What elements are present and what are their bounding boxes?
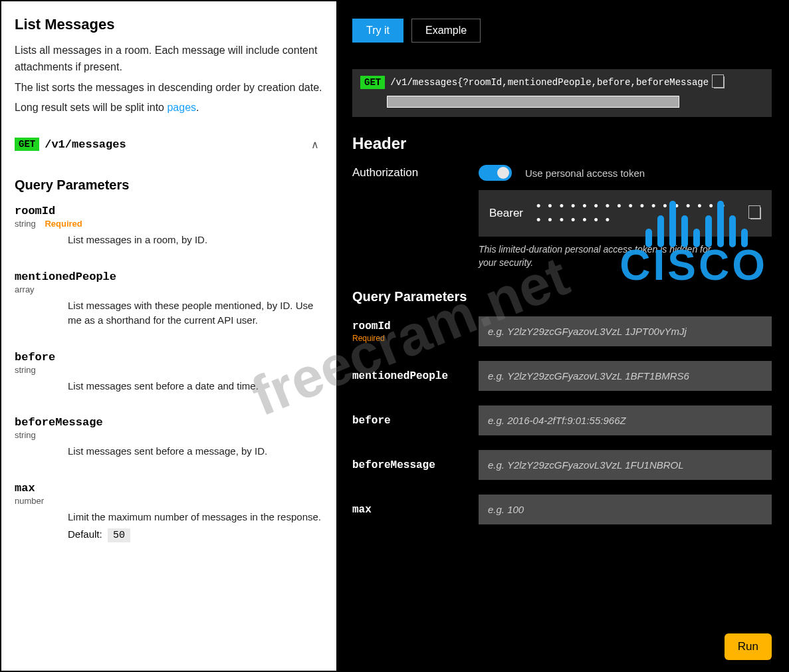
- description-1: Lists all messages in a room. Each messa…: [15, 43, 323, 76]
- default-value: 50: [108, 528, 130, 542]
- copy-icon[interactable]: [714, 76, 725, 88]
- tabs: Try it Example: [352, 19, 772, 43]
- bearer-token-masked: • • • • • • • • • • • • • • • • • • • • …: [536, 199, 737, 227]
- query-params-heading: Query Parameters: [15, 177, 323, 193]
- run-button[interactable]: Run: [725, 633, 772, 660]
- before-input[interactable]: [479, 405, 772, 435]
- chevron-up-icon[interactable]: ∧: [311, 138, 319, 151]
- method-badge: GET: [15, 138, 39, 151]
- url-template: /v1/messages{?roomId,mentionedPeople,bef…: [390, 77, 709, 88]
- url-box: GET /v1/messages{?roomId,mentionedPeople…: [352, 69, 772, 117]
- param-max: max number Limit the maximum number of m…: [15, 482, 323, 542]
- docs-panel: List Messages Lists all messages in a ro…: [1, 1, 336, 671]
- query-params-heading: Query Parameters: [352, 289, 772, 304]
- page-title: List Messages: [15, 16, 323, 33]
- mentionedPeople-input[interactable]: [479, 361, 772, 391]
- url-input[interactable]: [387, 96, 679, 108]
- input-row-roomId: roomId Required: [352, 316, 772, 346]
- tab-example[interactable]: Example: [411, 19, 481, 43]
- required-tag: Required: [352, 334, 465, 343]
- input-row-beforeMessage: beforeMessage: [352, 450, 772, 480]
- tryit-panel: Try it Example GET /v1/messages{?roomId,…: [336, 1, 788, 671]
- roomId-input[interactable]: [479, 316, 772, 346]
- input-row-max: max: [352, 495, 772, 524]
- method-badge: GET: [360, 76, 385, 89]
- bearer-box: Bearer • • • • • • • • • • • • • • • • •…: [479, 190, 772, 237]
- param-mentionedPeople: mentionedPeople array List messages with…: [15, 271, 323, 328]
- param-roomId: roomId string Required List messages in …: [15, 205, 323, 248]
- bearer-note: This limited-duration personal access to…: [479, 243, 731, 269]
- header-heading: Header: [352, 134, 772, 153]
- auth-row: Authorization Use personal access token: [352, 165, 772, 181]
- param-before: before string List messages sent before …: [15, 351, 323, 394]
- endpoint-row[interactable]: GET /v1/messages ∧: [15, 138, 323, 151]
- copy-icon[interactable]: [750, 207, 761, 219]
- description-2: The list sorts the messages in descendin…: [15, 80, 323, 96]
- description-3: Long result sets will be split into page…: [15, 100, 323, 116]
- tab-tryit[interactable]: Try it: [352, 19, 403, 43]
- auth-toggle[interactable]: [479, 165, 512, 181]
- toggle-label: Use personal access token: [525, 168, 645, 179]
- bearer-label: Bearer: [489, 207, 523, 220]
- param-beforeMessage: beforeMessage string List messages sent …: [15, 416, 323, 459]
- input-row-before: before: [352, 405, 772, 435]
- auth-label: Authorization: [352, 166, 465, 179]
- max-input[interactable]: [479, 495, 772, 524]
- required-tag: Required: [45, 219, 82, 229]
- pages-link[interactable]: pages: [167, 102, 196, 113]
- endpoint-path: /v1/messages: [45, 138, 126, 151]
- beforeMessage-input[interactable]: [479, 450, 772, 480]
- input-row-mentionedPeople: mentionedPeople: [352, 361, 772, 391]
